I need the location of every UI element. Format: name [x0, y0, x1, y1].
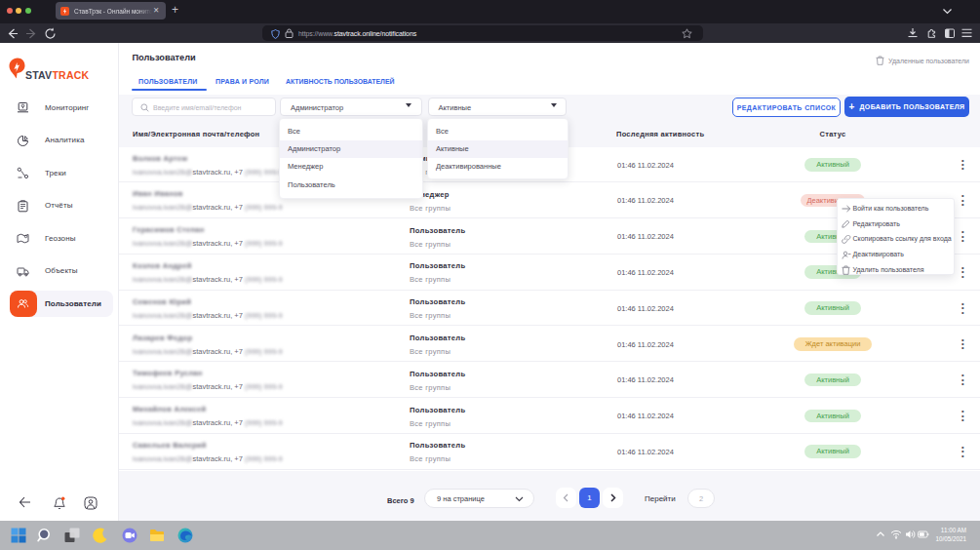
svg-text:TRACK: TRACK [53, 69, 90, 81]
svg-text:STAV: STAV [25, 69, 52, 81]
